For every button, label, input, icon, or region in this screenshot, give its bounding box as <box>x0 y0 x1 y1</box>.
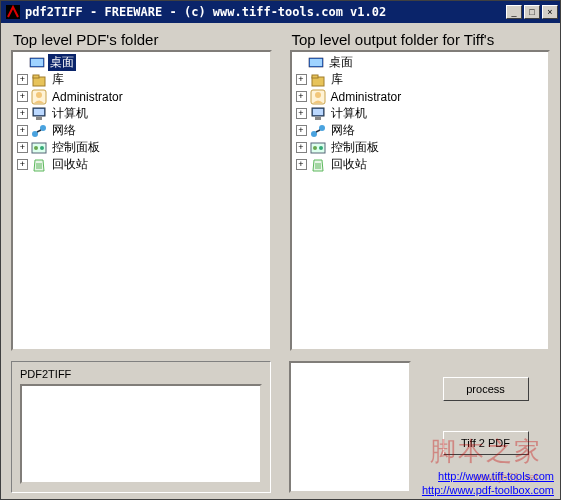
user-icon <box>310 89 326 105</box>
library-icon <box>310 72 326 88</box>
tree-node[interactable]: +Administrator <box>13 88 270 105</box>
pdf2tiff-group: PDF2TIFF <box>11 361 271 493</box>
tree-node-label: Administrator <box>50 90 125 104</box>
svg-point-14 <box>34 146 38 150</box>
expand-icon[interactable]: + <box>296 142 307 153</box>
svg-rect-23 <box>313 109 323 115</box>
tree-node[interactable]: 桌面 <box>292 54 549 71</box>
minimize-button[interactable]: _ <box>506 5 522 19</box>
tree-node[interactable]: +控制面板 <box>13 139 270 156</box>
tree-node-label: 计算机 <box>50 105 90 122</box>
tiff-folder-tree[interactable]: 桌面+库+Administrator+计算机+网络+控制面板+回收站 <box>290 50 551 351</box>
tiff2pdf-button[interactable]: Tiff 2 PDF <box>443 431 529 455</box>
tree-node-label: 控制面板 <box>329 139 381 156</box>
close-button[interactable]: × <box>542 5 558 19</box>
pdf-folder-label: Top level PDF's folder <box>11 31 272 48</box>
tree-node[interactable]: +控制面板 <box>292 139 549 156</box>
tree-node[interactable]: +库 <box>13 71 270 88</box>
expand-icon[interactable]: + <box>296 159 307 170</box>
expand-icon[interactable]: + <box>296 108 307 119</box>
svg-point-21 <box>315 92 321 98</box>
tree-node[interactable]: +Administrator <box>292 88 549 105</box>
tree-node-label: 桌面 <box>48 54 76 71</box>
app-window: pdf2TIFF - FREEWARE - (c) www.tiff-tools… <box>0 0 561 500</box>
tree-node-label: 库 <box>329 71 345 88</box>
svg-line-12 <box>37 130 41 132</box>
expand-icon[interactable]: + <box>296 91 307 102</box>
svg-point-29 <box>313 146 317 150</box>
tree-node[interactable]: +回收站 <box>292 156 549 173</box>
tree-node-label: 回收站 <box>329 156 369 173</box>
svg-point-30 <box>319 146 323 150</box>
expand-icon[interactable]: + <box>17 108 28 119</box>
footer-links: http://www.tiff-tools.com http://www.pdf… <box>422 469 554 497</box>
tree-node-label: 回收站 <box>50 156 90 173</box>
tree-node-label: 桌面 <box>327 54 355 71</box>
svg-rect-4 <box>33 75 39 78</box>
footer-link-pdftoolbox[interactable]: http://www.pdf-toolbox.com <box>422 484 554 496</box>
process-button[interactable]: process <box>443 377 529 401</box>
tree-node-label: 计算机 <box>329 105 369 122</box>
svg-rect-19 <box>312 75 318 78</box>
window-title: pdf2TIFF - FREEWARE - (c) www.tiff-tools… <box>25 5 506 19</box>
expand-icon[interactable]: + <box>17 142 28 153</box>
pdf-folder-panel: Top level PDF's folder 桌面+库+Administrato… <box>11 31 272 351</box>
tree-node[interactable]: +计算机 <box>292 105 549 122</box>
tree-node[interactable]: +回收站 <box>13 156 270 173</box>
client-area: Top level PDF's folder 桌面+库+Administrato… <box>1 23 560 499</box>
app-icon <box>5 4 21 20</box>
tree-node[interactable]: +网络 <box>292 122 549 139</box>
network-icon <box>310 123 326 139</box>
computer-icon <box>310 106 326 122</box>
expand-icon[interactable]: + <box>17 159 28 170</box>
desktop-icon <box>29 55 45 71</box>
expand-icon[interactable]: + <box>296 125 307 136</box>
tree-node-label: 控制面板 <box>50 139 102 156</box>
control-panel-icon <box>310 140 326 156</box>
svg-rect-17 <box>310 59 322 66</box>
user-icon <box>31 89 47 105</box>
pdf2tiff-group-label: PDF2TIFF <box>20 368 262 380</box>
footer-link-tifftools[interactable]: http://www.tiff-tools.com <box>438 470 554 482</box>
svg-rect-24 <box>315 117 321 120</box>
preview-box <box>289 361 411 493</box>
tree-node-label: 网络 <box>50 122 78 139</box>
expand-icon[interactable]: + <box>17 91 28 102</box>
svg-rect-8 <box>34 109 44 115</box>
tree-node[interactable]: +库 <box>292 71 549 88</box>
expand-icon[interactable]: + <box>17 74 28 85</box>
svg-rect-9 <box>36 117 42 120</box>
recycle-icon <box>310 157 326 173</box>
computer-icon <box>31 106 47 122</box>
library-icon <box>31 72 47 88</box>
svg-point-6 <box>36 92 42 98</box>
tree-node-label: 库 <box>50 71 66 88</box>
tree-node[interactable]: +网络 <box>13 122 270 139</box>
network-icon <box>31 123 47 139</box>
svg-rect-2 <box>31 59 43 66</box>
tree-node-label: 网络 <box>329 122 357 139</box>
svg-line-27 <box>316 130 320 132</box>
expand-icon[interactable]: + <box>296 74 307 85</box>
tiff-folder-panel: Top level output folder for Tiff's 桌面+库+… <box>290 31 551 351</box>
pdf2tiff-listbox[interactable] <box>20 384 262 484</box>
recycle-icon <box>31 157 47 173</box>
tree-node-label: Administrator <box>329 90 404 104</box>
tiff-folder-label: Top level output folder for Tiff's <box>290 31 551 48</box>
titlebar: pdf2TIFF - FREEWARE - (c) www.tiff-tools… <box>1 1 560 23</box>
expand-icon[interactable]: + <box>17 125 28 136</box>
desktop-icon <box>308 55 324 71</box>
maximize-button[interactable]: □ <box>524 5 540 19</box>
pdf-folder-tree[interactable]: 桌面+库+Administrator+计算机+网络+控制面板+回收站 <box>11 50 272 351</box>
tree-node[interactable]: 桌面 <box>13 54 270 71</box>
svg-point-15 <box>40 146 44 150</box>
tree-node[interactable]: +计算机 <box>13 105 270 122</box>
control-panel-icon <box>31 140 47 156</box>
